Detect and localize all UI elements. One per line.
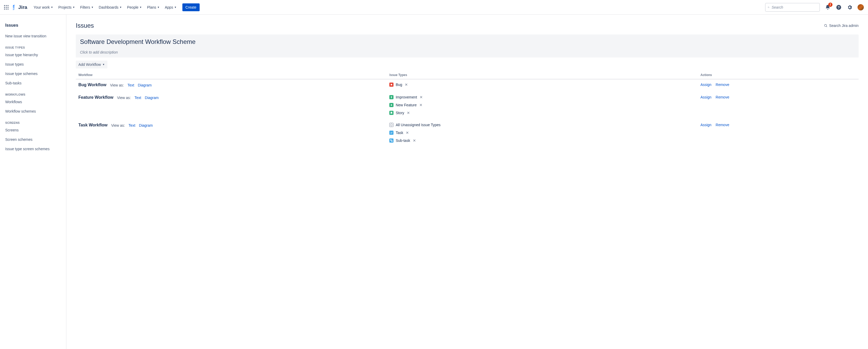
jira-logo[interactable]: Jira bbox=[11, 4, 27, 10]
actions-group: AssignRemove bbox=[701, 123, 856, 127]
svg-rect-19 bbox=[391, 139, 392, 140]
sidebar-link-screen-schemes[interactable]: Screen schemes bbox=[2, 135, 64, 144]
nav-item-label: Apps bbox=[165, 5, 173, 9]
workflow-name: Feature Workflow bbox=[79, 95, 114, 99]
sidebar-heading: ISSUE TYPES bbox=[2, 41, 64, 51]
remove-link[interactable]: Remove bbox=[716, 83, 729, 87]
svg-rect-7 bbox=[6, 9, 6, 9]
actions-group: AssignRemove bbox=[701, 95, 856, 99]
scheme-description-row[interactable]: Click to add description bbox=[76, 48, 859, 58]
remove-issue-type-icon[interactable]: ✕ bbox=[406, 131, 409, 135]
issue-type-label: All Unassigned Issue Types bbox=[396, 123, 440, 127]
gear-icon bbox=[847, 4, 852, 10]
view-text-link[interactable]: Text bbox=[134, 96, 142, 100]
issue-type-item: New Feature✕ bbox=[389, 103, 700, 107]
issue-type-label: Improvement bbox=[396, 95, 417, 99]
view-as-group: View as:TextDiagram bbox=[111, 123, 153, 127]
table-row: Task WorkflowView as:TextDiagramAll Unas… bbox=[76, 120, 859, 147]
remove-link[interactable]: Remove bbox=[716, 123, 729, 127]
app-switcher-icon[interactable] bbox=[3, 4, 9, 10]
nav-item-label: People bbox=[127, 5, 138, 9]
nav-item-filters[interactable]: Filters▼ bbox=[78, 4, 96, 11]
svg-point-15 bbox=[391, 84, 392, 86]
nav-item-label: Plans bbox=[147, 5, 156, 9]
notifications-button[interactable]: 2 bbox=[824, 3, 832, 11]
remove-issue-type-icon[interactable]: ✕ bbox=[420, 103, 423, 107]
nav-item-dashboards[interactable]: Dashboards▼ bbox=[97, 4, 124, 11]
issue-type-label: New Feature bbox=[396, 103, 416, 107]
remove-issue-type-icon[interactable]: ✕ bbox=[420, 95, 423, 99]
sidebar-title: Issues bbox=[2, 21, 64, 32]
sidebar-heading: SCREENS bbox=[2, 117, 64, 126]
svg-point-13 bbox=[825, 24, 827, 26]
assign-link[interactable]: Assign bbox=[701, 83, 712, 87]
sidebar-link-new-issue-view-transition[interactable]: New issue view transition bbox=[2, 32, 64, 40]
search-input[interactable] bbox=[772, 5, 817, 9]
issue-type-label: Story bbox=[396, 111, 404, 115]
search-icon bbox=[768, 5, 770, 9]
nav-item-people[interactable]: People▼ bbox=[125, 4, 144, 11]
sidebar-link-issue-types[interactable]: Issue types bbox=[2, 60, 64, 68]
actions-cell: AssignRemove bbox=[701, 123, 856, 127]
main-header: Issues Search Jira admin bbox=[76, 22, 859, 29]
remove-link[interactable]: Remove bbox=[716, 95, 729, 99]
story-icon bbox=[389, 111, 394, 115]
sidebar-link-issue-type-screen-schemes[interactable]: Issue type screen schemes bbox=[2, 145, 64, 153]
remove-issue-type-icon[interactable]: ✕ bbox=[413, 138, 416, 142]
add-workflow-label: Add Workflow bbox=[79, 62, 101, 67]
chevron-down-icon: ▼ bbox=[157, 6, 160, 9]
task-icon bbox=[389, 131, 394, 135]
profile-button[interactable] bbox=[857, 3, 865, 11]
svg-rect-0 bbox=[4, 5, 5, 6]
view-text-link[interactable]: Text bbox=[129, 123, 135, 127]
search-admin-label: Search Jira admin bbox=[829, 24, 859, 28]
chevron-down-icon: ▼ bbox=[119, 6, 122, 9]
assign-link[interactable]: Assign bbox=[701, 123, 712, 127]
sidebar-link-issue-type-hierarchy[interactable]: Issue type hierarchy bbox=[2, 51, 64, 59]
nav-items: Your work▼Projects▼Filters▼Dashboards▼Pe… bbox=[32, 4, 179, 11]
svg-line-14 bbox=[827, 26, 827, 27]
nav-item-projects[interactable]: Projects▼ bbox=[56, 4, 77, 11]
view-diagram-link[interactable]: Diagram bbox=[145, 96, 159, 100]
topnav-actions: 2 ? bbox=[824, 3, 865, 11]
nav-item-your-work[interactable]: Your work▼ bbox=[32, 4, 55, 11]
assign-link[interactable]: Assign bbox=[701, 95, 712, 99]
sidebar-link-workflows[interactable]: Workflows bbox=[2, 98, 64, 106]
workflow-table: Workflow Issue Types Actions Bug Workflo… bbox=[76, 71, 859, 147]
sidebar-link-workflow-schemes[interactable]: Workflow schemes bbox=[2, 107, 64, 116]
view-text-link[interactable]: Text bbox=[127, 83, 134, 87]
sidebar-link-issue-type-schemes[interactable]: Issue type schemes bbox=[2, 69, 64, 78]
workflow-cell: Feature WorkflowView as:TextDiagram bbox=[79, 95, 389, 100]
col-header-workflow: Workflow bbox=[79, 73, 389, 77]
global-search[interactable] bbox=[765, 3, 820, 12]
help-button[interactable]: ? bbox=[835, 3, 843, 11]
search-jira-admin[interactable]: Search Jira admin bbox=[824, 24, 859, 28]
nav-item-plans[interactable]: Plans▼ bbox=[145, 4, 162, 11]
view-diagram-link[interactable]: Diagram bbox=[139, 123, 153, 127]
svg-rect-17 bbox=[391, 105, 392, 105]
workflow-name: Task Workflow bbox=[79, 123, 107, 127]
scheme-title[interactable]: Software Development Workflow Scheme bbox=[80, 38, 855, 45]
view-diagram-link[interactable]: Diagram bbox=[138, 83, 152, 87]
svg-rect-8 bbox=[7, 9, 8, 9]
chevron-down-icon: ▼ bbox=[91, 6, 94, 9]
add-workflow-button[interactable]: Add Workflow ▼ bbox=[76, 61, 107, 68]
issue-type-label: Task bbox=[396, 131, 403, 135]
top-nav: Jira Your work▼Projects▼Filters▼Dashboar… bbox=[0, 0, 868, 14]
nav-item-apps[interactable]: Apps▼ bbox=[163, 4, 179, 11]
remove-issue-type-icon[interactable]: ✕ bbox=[407, 111, 410, 115]
settings-button[interactable] bbox=[845, 3, 854, 11]
sidebar-link-screens[interactable]: Screens bbox=[2, 126, 64, 134]
feature-icon bbox=[389, 103, 394, 107]
scheme-header: Software Development Workflow Scheme bbox=[76, 34, 859, 48]
svg-text:?: ? bbox=[838, 5, 840, 9]
table-row: Bug WorkflowView as:TextDiagramBug✕Assig… bbox=[76, 80, 859, 92]
search-icon bbox=[824, 24, 828, 27]
view-as-label: View as: bbox=[110, 83, 124, 87]
sidebar-link-sub-tasks[interactable]: Sub-tasks bbox=[2, 79, 64, 87]
remove-issue-type-icon[interactable]: ✕ bbox=[405, 83, 408, 87]
chevron-down-icon: ▼ bbox=[51, 6, 53, 9]
create-button[interactable]: Create bbox=[182, 3, 199, 11]
issue-types-cell: Improvement✕New Feature✕Story✕ bbox=[389, 95, 700, 115]
svg-rect-4 bbox=[6, 7, 6, 7]
